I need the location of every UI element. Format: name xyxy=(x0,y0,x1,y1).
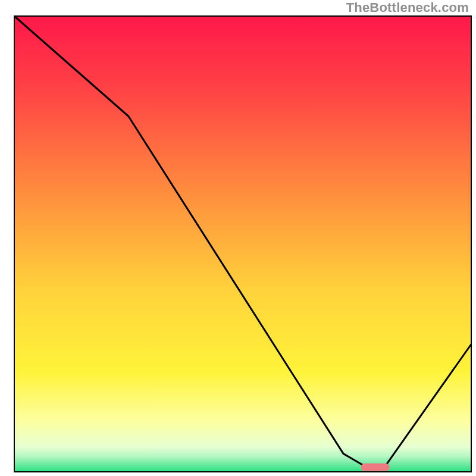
optimal-range-marker xyxy=(361,464,390,471)
chart-container: TheBottleneck.com xyxy=(0,0,476,476)
bottleneck-chart xyxy=(0,0,476,476)
gradient-background xyxy=(14,16,471,472)
